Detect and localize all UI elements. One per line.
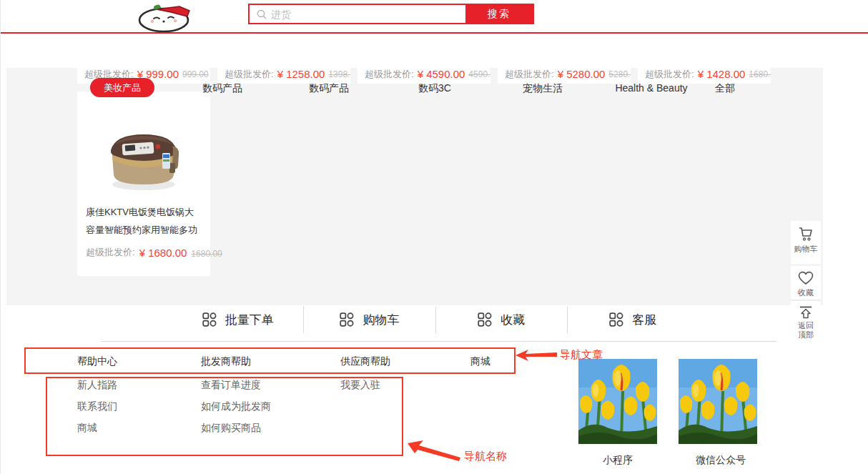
footer-link[interactable]: 商城 [77, 423, 199, 433]
quick-link-label: 收藏 [500, 312, 525, 328]
footer-link[interactable]: 新人指路 [77, 380, 199, 390]
nav-item-digital-2[interactable]: 数码产品 [309, 82, 349, 95]
float-cart-label: 购物车 [794, 245, 818, 253]
price-label: 超级批发价: [86, 246, 135, 259]
panda-santa-logo[interactable] [128, 1, 207, 32]
footer-column-wholesaler-help: 批发商帮助 查看订单进度 如何成为批发商 如何购买商品 [201, 355, 322, 433]
price-label: 超级批发价: [505, 68, 554, 81]
footer-column-supplier-help: 供应商帮助 我要入驻 [340, 355, 462, 390]
annotation-label-nav-article: 导航文章 [560, 348, 603, 362]
product-card-price-2[interactable]: 超级批发价: ¥ 1258.00 1398.00 [217, 68, 350, 84]
back-to-top-label-2: 顶部 [798, 330, 814, 339]
annotation-label-nav-name: 导航名称 [464, 450, 507, 463]
grid-icon [478, 312, 492, 327]
footer-link[interactable]: 如何购买商品 [201, 423, 322, 433]
product-card-rice-cooker[interactable]: 康佳KKTV电饭煲电饭锅大容量智能预约家用智能多功能煮饭锅... 超级批发价: … [77, 92, 210, 276]
footer-link[interactable]: 联系我们 [77, 401, 199, 411]
grid-icon [202, 312, 217, 327]
search-field-wrap [250, 5, 465, 23]
footer-divider [101, 341, 776, 342]
price-value: ¥ 4590.00 [418, 68, 465, 80]
float-cart-button[interactable]: 购物车 [791, 221, 821, 264]
product-card-price-4[interactable]: 超级批发价: ¥ 5280.00 5280.00 [498, 68, 631, 84]
nav-item-health-beauty[interactable]: Health & Beauty [615, 82, 687, 94]
nav-item-beauty-active[interactable]: 美妆产品 [90, 78, 154, 97]
quick-link-label: 购物车 [363, 312, 399, 328]
product-price-row: 超级批发价: ¥ 1680.00 1680.00 [86, 246, 202, 259]
nav-item-digital-3c[interactable]: 数码3C [418, 82, 451, 95]
category-nav: 美妆产品 数码产品 数码产品 数码3C 宠物生活 Health & Beauty… [1, 35, 868, 68]
old-price: 5280.00 [608, 68, 631, 79]
storefront-page: 搜索 美妆产品 数码产品 数码产品 数码3C 宠物生活 Health & Bea… [0, 0, 868, 474]
annotation-arrow-upleft-icon [406, 438, 463, 463]
top-header: 搜索 [1, 0, 868, 34]
quick-link-cart[interactable]: 购物车 [303, 306, 435, 333]
product-card-price-3[interactable]: 超级批发价: ¥ 4590.00 4590.00 [357, 68, 490, 84]
footer-column-header[interactable]: 供应商帮助 [340, 355, 462, 368]
quick-link-label: 批量下单 [225, 312, 274, 328]
back-to-top-label-1: 返回 [798, 321, 814, 330]
price-label: 超级批发价: [365, 68, 414, 81]
old-price: 999.00 [182, 68, 209, 79]
search-input[interactable] [250, 5, 465, 23]
quick-link-label: 客服 [632, 312, 656, 328]
nav-item-pets[interactable]: 宠物生活 [523, 82, 563, 95]
price-value: ¥ 1428.00 [698, 68, 746, 80]
footer-quick-links: 批量下单 购物车 收藏 [172, 306, 699, 333]
old-price: 4590.00 [468, 68, 490, 79]
footer-column-help-center: 帮助中心 新人指路 联系我们 商城 [77, 355, 199, 433]
footer-column-header[interactable]: 帮助中心 [77, 355, 199, 368]
footer-link[interactable]: 查看订单进度 [201, 380, 322, 390]
old-price: 1398.00 [328, 68, 350, 79]
mini-program-label: 小程序 [578, 454, 657, 467]
wechat-official-label: 微信公众号 [681, 454, 760, 467]
grid-icon [340, 312, 354, 327]
price-value: ¥ 1258.00 [277, 68, 325, 80]
annotation-arrow-left-icon [516, 350, 558, 361]
quick-link-customer-service[interactable]: 客服 [567, 306, 699, 333]
product-card-price-5[interactable]: 超级批发价: ¥ 1428.00 1680.00 [638, 68, 771, 84]
nav-item-digital-1[interactable]: 数码产品 [202, 82, 242, 95]
old-price: 1680.00 [191, 247, 222, 259]
search-button[interactable]: 搜索 [465, 5, 533, 23]
cart-icon [797, 225, 814, 242]
mini-program-image [578, 359, 657, 444]
price-label: 超级批发价: [645, 68, 694, 81]
quick-link-favorites[interactable]: 收藏 [435, 306, 567, 333]
price-value: ¥ 5280.00 [558, 68, 606, 80]
footer-link[interactable]: 我要入驻 [340, 380, 462, 390]
price-value: ¥ 1680.00 [139, 247, 187, 259]
product-title[interactable]: 康佳KKTV电饭煲电饭锅大容量智能预约家用智能多功能煮饭锅... [86, 203, 202, 239]
search-icon [256, 9, 267, 20]
footer-column-header[interactable]: 批发商帮助 [201, 355, 322, 368]
float-favorite-button[interactable]: 收藏 [791, 266, 821, 299]
heart-icon [797, 270, 814, 286]
search-bar: 搜索 [248, 4, 534, 24]
grid-icon [609, 312, 623, 327]
back-to-top-button[interactable]: 返回 顶部 [791, 300, 821, 342]
footer-link[interactable]: 如何成为批发商 [201, 401, 322, 411]
float-favorite-label: 收藏 [798, 288, 814, 297]
rice-cooker-image [101, 119, 187, 193]
back-to-top-icon [798, 305, 814, 320]
old-price: 1680.00 [749, 68, 771, 79]
quick-link-batch-order[interactable]: 批量下单 [172, 306, 303, 333]
wechat-official-image [679, 359, 757, 444]
nav-item-all[interactable]: 全部 [715, 82, 735, 95]
price-label: 超级批发价: [225, 68, 274, 81]
